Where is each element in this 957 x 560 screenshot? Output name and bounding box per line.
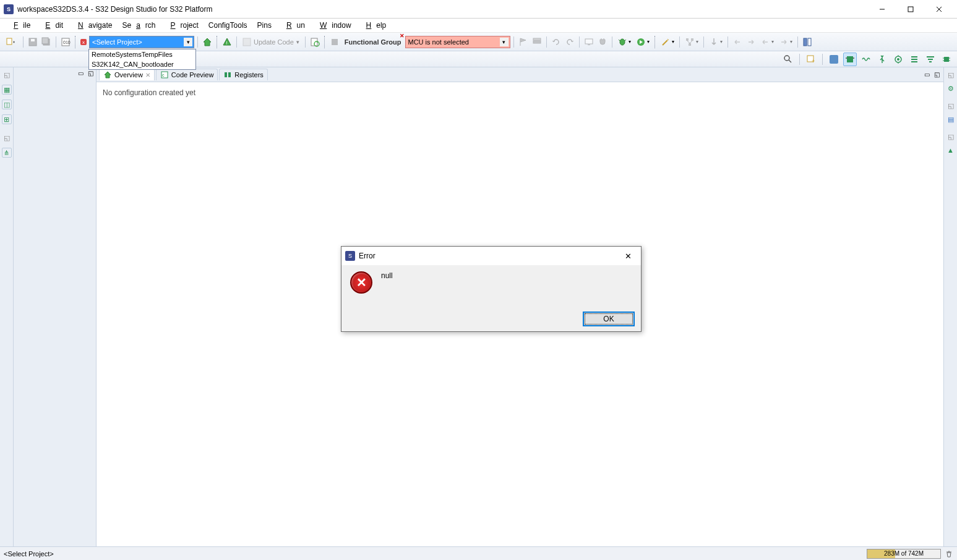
svg-rect-35 (830, 55, 838, 64)
svg-rect-20 (585, 39, 593, 44)
forward-button[interactable] (745, 36, 757, 48)
maximize-editor-button[interactable]: ◱ (932, 70, 941, 79)
perspective-peripherals-icon[interactable] (891, 53, 905, 66)
minimized-view-3-icon[interactable]: ⊞ (2, 114, 12, 124)
new-button[interactable] (2, 36, 20, 48)
svg-rect-38 (853, 57, 854, 59)
perspective-filter-icon[interactable] (924, 53, 937, 66)
save-all-button[interactable] (40, 36, 53, 48)
svg-rect-17 (332, 39, 338, 45)
heap-status[interactable]: 283M of 742M (867, 549, 941, 559)
screen-button[interactable] (583, 36, 595, 48)
trash-icon[interactable] (945, 549, 953, 558)
status-bar: <Select Project> 283M of 742M (0, 546, 957, 560)
stack-button[interactable] (531, 36, 543, 48)
warning-button[interactable]: ! (221, 36, 233, 48)
tab-overview[interactable]: Overview ✕ (99, 69, 155, 80)
perspective-cpp-icon[interactable] (827, 53, 841, 66)
refresh-config-button[interactable] (309, 36, 321, 48)
debug-button[interactable]: ▾ (616, 36, 633, 48)
window-minimize-button[interactable] (868, 0, 896, 19)
mcu-select-dropdown[interactable]: ✕ MCU is not selected ▾ (405, 36, 510, 48)
menu-file[interactable]: File (4, 20, 35, 31)
restore-view-icon[interactable]: ◱ (2, 133, 12, 143)
window-titlebar: S workspaceS32DS.3.4 - S32 Design Studio… (0, 0, 957, 19)
square-icon (328, 36, 341, 48)
perspective-chip-icon[interactable] (940, 53, 953, 66)
menu-help[interactable]: Help (356, 20, 392, 31)
undo-button[interactable] (550, 36, 562, 48)
nav-back-button[interactable]: ▾ (758, 36, 776, 48)
perspective-list-icon[interactable] (908, 53, 921, 66)
home-icon (103, 70, 112, 79)
home-button[interactable] (201, 36, 213, 48)
svg-rect-4 (7, 38, 12, 45)
minimized-view-1-icon[interactable]: ▦ (2, 85, 12, 95)
close-icon[interactable]: ✕ (145, 72, 150, 78)
run-button[interactable]: ▾ (634, 36, 651, 48)
svg-text:+: + (812, 58, 815, 64)
svg-text:!: ! (226, 40, 228, 46)
toolbar-separator (797, 36, 798, 48)
main-toolbar: 010 x <Select Project> ▾ RemoteSystemsTe… (0, 33, 957, 51)
toolbar-separator (305, 36, 306, 48)
menu-window[interactable]: Window (310, 20, 356, 31)
redo-button[interactable] (564, 36, 576, 48)
menu-project[interactable]: Project (160, 20, 203, 31)
tree-button[interactable]: ▾ (683, 36, 700, 48)
left-view-pane: ▭ ◱ (14, 67, 97, 546)
back-button[interactable] (731, 36, 744, 48)
restore-view-icon[interactable]: ◱ (946, 132, 956, 142)
menu-configtools[interactable]: ConfigTools (204, 20, 252, 31)
window-title: workspaceS32DS.3.4 - S32 Design Studio f… (17, 5, 868, 14)
save-button[interactable] (27, 36, 39, 48)
flag-button[interactable] (517, 36, 530, 48)
svg-point-40 (897, 58, 899, 61)
svg-rect-30 (808, 38, 811, 46)
minimize-editor-button[interactable]: ▭ (922, 70, 931, 79)
svg-rect-21 (588, 45, 590, 45)
plug-button[interactable] (596, 36, 609, 48)
minimized-view-2-icon[interactable]: ◫ (2, 100, 12, 109)
minimized-view-r2-icon[interactable]: ▤ (946, 114, 956, 124)
maximize-view-button[interactable]: ◱ (86, 69, 95, 77)
update-code-button[interactable]: Update Code ▾ (240, 36, 302, 48)
perspective-pins-icon[interactable] (843, 53, 857, 66)
toolbar-separator (679, 36, 680, 48)
restore-view-icon[interactable]: ◱ (946, 101, 956, 111)
toolbar-separator (546, 36, 547, 48)
ok-button[interactable]: OK (583, 312, 635, 326)
toolbar-separator-dotted (217, 36, 218, 48)
minimized-view-r3-icon[interactable]: ▲ (946, 145, 956, 155)
toolbar-separator (703, 36, 704, 48)
minimized-view-r1-icon[interactable]: ⚙ (946, 83, 956, 93)
nav-forward-button[interactable]: ▾ (777, 36, 794, 48)
pin-editor-button[interactable] (801, 36, 813, 48)
tab-code-preview[interactable]: c Code Preview (156, 69, 218, 80)
menu-edit[interactable]: Edit (35, 20, 68, 31)
open-perspective-button[interactable]: + (804, 53, 818, 66)
menu-run[interactable]: Run (277, 20, 310, 31)
project-option-remotesystems[interactable]: RemoteSystemsTempFiles (89, 49, 195, 59)
menu-navigate[interactable]: Navigate (68, 20, 117, 31)
svg-text:010: 010 (63, 40, 71, 45)
restore-view-icon[interactable]: ◱ (946, 70, 956, 80)
arrow-down-button[interactable]: ▾ (707, 36, 724, 48)
search-button[interactable] (781, 53, 795, 66)
tab-registers[interactable]: Registers (219, 69, 267, 80)
dialog-close-button[interactable]: ✕ (619, 248, 637, 263)
window-close-button[interactable] (925, 0, 953, 19)
project-option-s32k142[interactable]: S32K142_CAN_bootloader (89, 59, 195, 69)
menu-search[interactable]: Search (117, 20, 160, 31)
binary-view-button[interactable]: 010 (59, 36, 72, 48)
toolbar-separator (822, 54, 823, 65)
project-select-dropdown[interactable]: <Select Project> ▾ RemoteSystemsTempFile… (89, 36, 194, 48)
minimized-view-4-icon[interactable]: ⋔ (2, 148, 12, 158)
wand-button[interactable]: ▾ (659, 36, 676, 48)
menu-pins[interactable]: Pins (252, 20, 277, 31)
minimize-view-button[interactable]: ▭ (76, 69, 85, 77)
perspective-clocks-icon[interactable] (859, 53, 873, 66)
restore-view-icon[interactable]: ◱ (2, 70, 12, 80)
perspective-usb-icon[interactable] (875, 53, 889, 66)
window-maximize-button[interactable] (896, 0, 925, 19)
